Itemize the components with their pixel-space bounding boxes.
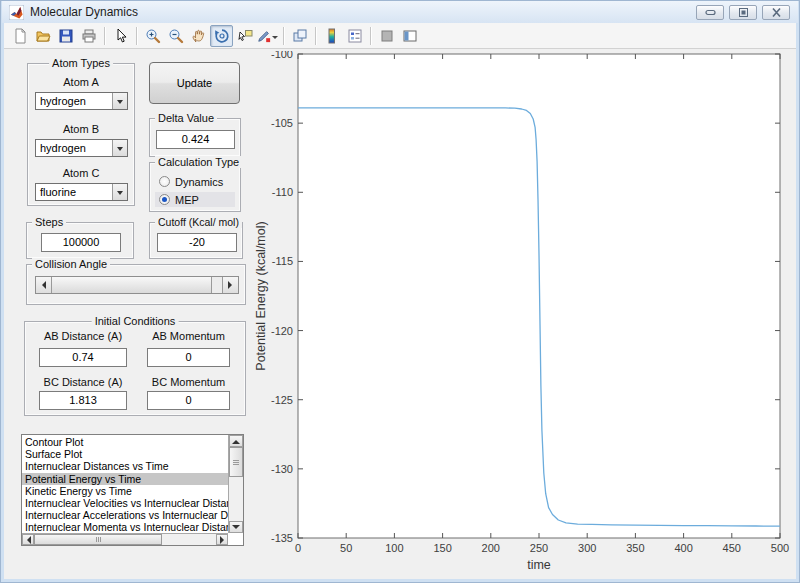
list-item[interactable]: Surface Plot <box>22 448 228 460</box>
steps-panel: Steps 100000 <box>26 222 134 259</box>
toolbar-separator <box>315 27 316 45</box>
ab-distance-field[interactable]: 0.74 <box>39 348 127 367</box>
initial-conditions-title: Initial Conditions <box>92 315 179 327</box>
link-plot-icon <box>292 28 308 44</box>
svg-text:450: 450 <box>723 542 741 554</box>
slider-track[interactable] <box>212 277 222 293</box>
dynamics-radio[interactable]: Dynamics <box>155 174 235 189</box>
atom-b-dropdown[interactable]: hydrogen <box>35 139 128 157</box>
scroll-down-button[interactable] <box>229 521 243 533</box>
hide-plot-tools-button[interactable] <box>375 25 398 47</box>
delta-value-title: Delta Value <box>155 112 217 124</box>
maximize-button[interactable] <box>729 5 757 20</box>
atom-b-dropdown-button[interactable] <box>112 140 127 156</box>
slider-right-arrow[interactable] <box>222 277 238 293</box>
show-plot-tools-button[interactable] <box>398 25 421 47</box>
atom-c-dropdown[interactable]: fluorine <box>35 183 128 201</box>
steps-field[interactable]: 100000 <box>41 233 121 252</box>
svg-text:-115: -115 <box>272 255 293 267</box>
title-bar[interactable]: Molecular Dynamics <box>2 1 798 23</box>
chevron-down-icon <box>117 147 123 154</box>
new-file-button[interactable] <box>8 25 31 47</box>
bc-momentum-field[interactable]: 0 <box>147 391 230 410</box>
open-folder-icon <box>35 28 51 44</box>
print-button[interactable] <box>77 25 100 47</box>
atom-a-dropdown[interactable]: hydrogen <box>35 92 128 110</box>
ab-distance-label: AB Distance (A) <box>39 330 127 342</box>
zoom-in-button[interactable] <box>141 25 164 47</box>
rotate-3d-button[interactable] <box>210 25 233 47</box>
update-button[interactable]: Update <box>149 62 240 104</box>
cutoff-panel: Cutoff (Kcal/ mol) -20 <box>149 222 243 259</box>
list-item[interactable]: Kinetic Energy vs Time <box>22 485 228 497</box>
list-item[interactable]: Internuclear Accelerations vs Internucle… <box>22 509 228 521</box>
matlab-logo-icon <box>9 5 24 20</box>
vertical-scroll-thumb[interactable] <box>229 447 243 477</box>
maximize-icon <box>737 7 750 18</box>
toolbar-separator <box>283 27 284 45</box>
collision-angle-slider[interactable] <box>35 276 239 294</box>
arrow-right-icon <box>228 281 236 289</box>
calculation-type-panel: Calculation Type Dynamics MEP <box>149 162 241 212</box>
cutoff-field[interactable]: -20 <box>157 233 237 252</box>
radio-icon[interactable] <box>159 176 170 187</box>
listbox-vertical-scrollbar[interactable] <box>228 435 243 533</box>
collision-angle-title: Collision Angle <box>32 258 110 270</box>
atom-types-title: Atom Types <box>49 57 113 69</box>
svg-text:200: 200 <box>482 542 500 554</box>
slider-left-arrow[interactable] <box>36 277 52 293</box>
atom-c-dropdown-button[interactable] <box>112 184 127 200</box>
atom-a-value: hydrogen <box>40 95 86 107</box>
list-item[interactable]: Internuclear Distances vs Time <box>22 460 228 472</box>
mep-radio[interactable]: MEP <box>155 192 235 207</box>
save-button[interactable] <box>54 25 77 47</box>
svg-text:-130: -130 <box>271 463 293 475</box>
svg-text:0: 0 <box>295 542 301 554</box>
insert-colorbar-button[interactable] <box>320 25 343 47</box>
atom-a-dropdown-button[interactable] <box>112 93 127 109</box>
zoom-in-icon <box>145 28 161 44</box>
list-item[interactable]: Internuclear Velocities vs Internuclear … <box>22 497 228 509</box>
bc-distance-label: BC Distance (A) <box>39 376 127 388</box>
brush-dropdown-caret-icon[interactable] <box>272 36 278 42</box>
close-button[interactable] <box>762 5 790 20</box>
radio-icon[interactable] <box>159 194 170 205</box>
minimize-button[interactable] <box>696 5 724 20</box>
mep-radio-label: MEP <box>175 194 199 206</box>
horizontal-scroll-thumb[interactable] <box>34 534 162 545</box>
plot-type-listbox[interactable]: Contour Plot Surface Plot Internuclear D… <box>21 434 244 546</box>
legend-icon <box>347 28 363 44</box>
brush-button[interactable] <box>256 25 279 47</box>
list-item[interactable]: Contour Plot <box>22 436 228 448</box>
list-item[interactable]: Internuclear Momenta vs Internuclear Dis… <box>22 521 228 533</box>
svg-text:-120: -120 <box>271 325 293 337</box>
ab-momentum-field[interactable]: 0 <box>147 348 230 367</box>
horizontal-scroll-track[interactable] <box>162 534 216 545</box>
open-file-button[interactable] <box>31 25 54 47</box>
slider-thumb[interactable] <box>52 277 212 293</box>
initial-conditions-panel: Initial Conditions AB Distance (A) AB Mo… <box>24 321 246 416</box>
scroll-up-button[interactable] <box>229 435 243 447</box>
delta-value-field[interactable]: 0.424 <box>156 130 235 149</box>
list-item[interactable]: Potential Energy vs Time <box>22 473 228 485</box>
link-plot-button[interactable] <box>288 25 311 47</box>
svg-text:150: 150 <box>433 542 451 554</box>
ab-momentum-label: AB Momentum <box>147 330 230 342</box>
pan-button[interactable] <box>187 25 210 47</box>
listbox-horizontal-scrollbar[interactable] <box>22 533 228 545</box>
pointer-tool-button[interactable] <box>109 25 132 47</box>
zoom-out-button[interactable] <box>164 25 187 47</box>
atom-b-label: Atom B <box>28 123 134 135</box>
cutoff-title: Cutoff (Kcal/ mol) <box>155 216 242 228</box>
data-cursor-button[interactable] <box>233 25 256 47</box>
calculation-type-title: Calculation Type <box>155 156 242 168</box>
chevron-down-icon <box>117 100 123 107</box>
svg-text:350: 350 <box>626 542 644 554</box>
potential-energy-chart[interactable]: 050100150200250300350400450500-135-130-1… <box>253 51 798 581</box>
insert-legend-button[interactable] <box>343 25 366 47</box>
close-icon <box>770 7 783 18</box>
atom-c-label: Atom C <box>28 167 134 179</box>
scroll-left-button[interactable] <box>22 534 34 545</box>
bc-distance-field[interactable]: 1.813 <box>39 391 127 410</box>
scroll-right-button[interactable] <box>216 534 228 545</box>
